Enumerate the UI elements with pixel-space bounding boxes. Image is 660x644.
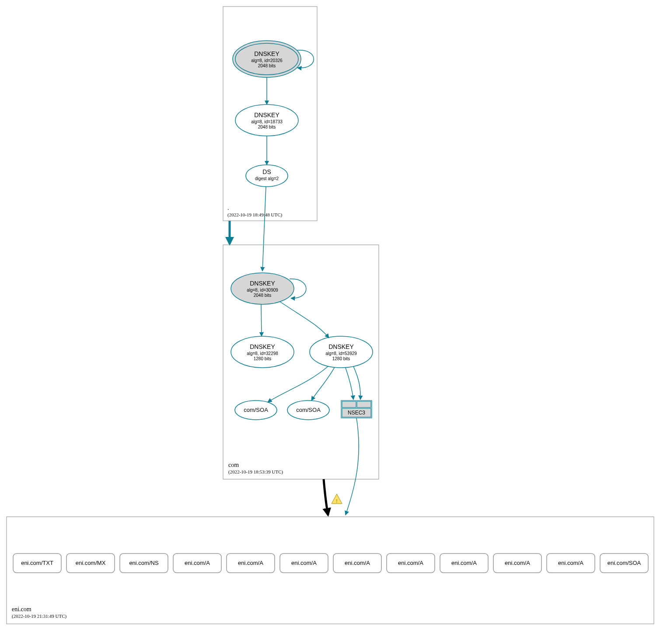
eni-record-label: eni.com/MX <box>76 560 106 566</box>
svg-text:NSEC3: NSEC3 <box>348 410 365 416</box>
eni-record-label: eni.com/A <box>558 560 583 566</box>
svg-rect-29 <box>342 401 356 407</box>
node-root-zsk: DNSKEY alg=8, id=18733 2048 bits <box>235 104 298 136</box>
node-nsec3: NSEC3 <box>341 400 372 418</box>
svg-text:DNSKEY: DNSKEY <box>250 280 275 287</box>
eni-record-label: eni.com/A <box>451 560 477 566</box>
edge-comksk-zsk2 <box>280 302 329 338</box>
svg-text:1280 bits: 1280 bits <box>254 356 272 361</box>
svg-text:DS: DS <box>262 168 271 175</box>
svg-text:alg=8, id=53929: alg=8, id=53929 <box>325 351 357 356</box>
eni-record-node: eni.com/A <box>227 553 275 573</box>
eni-record-label: eni.com/SOA <box>608 560 641 566</box>
svg-text:DNSKEY: DNSKEY <box>250 343 275 350</box>
dnssec-graph: . (2022-10-19 18:49:48 UTC) DNSKEY alg=8… <box>0 0 660 644</box>
svg-text:2048 bits: 2048 bits <box>254 293 272 298</box>
eni-record-label: eni.com/A <box>505 560 530 566</box>
eni-records-row: eni.com/TXTeni.com/MXeni.com/NSeni.com/A… <box>13 553 648 573</box>
edge-zsk2-nsec3a <box>346 368 353 400</box>
zone-com-label: com <box>228 462 239 468</box>
eni-record-node: eni.com/A <box>173 553 221 573</box>
edge-zsk2-nsec3b <box>353 366 360 400</box>
eni-record-node: eni.com/A <box>333 553 381 573</box>
eni-record-node: eni.com/NS <box>120 553 168 573</box>
node-com-ksk: DNSKEY alg=8, id=30909 2048 bits <box>231 273 294 304</box>
edge-ds-comksk <box>262 187 266 271</box>
svg-text:com/SOA: com/SOA <box>244 407 268 413</box>
eni-record-node: eni.com/A <box>493 553 541 573</box>
svg-text:com/SOA: com/SOA <box>296 407 321 413</box>
svg-text:alg=8, id=32298: alg=8, id=32298 <box>247 351 278 356</box>
eni-record-node: eni.com/MX <box>66 553 115 573</box>
node-root-ksk: DNSKEY alg=8, id=20326 2048 bits <box>233 41 301 77</box>
zone-eni-timestamp: (2022-10-19 21:31:49 UTC) <box>12 613 67 619</box>
edge-zsk2-soa2 <box>311 367 335 400</box>
eni-record-label: eni.com/A <box>185 560 210 566</box>
node-com-zsk2: DNSKEY alg=8, id=53929 1280 bits <box>310 336 373 368</box>
edge-zsk2-soa1 <box>268 366 328 402</box>
zone-com-timestamp: (2022-10-19 18:53:39 UTC) <box>228 469 283 475</box>
eni-record-node: eni.com/TXT <box>13 553 61 573</box>
node-com-soa1: com/SOA <box>235 400 277 420</box>
node-com-zsk1: DNSKEY alg=8, id=32298 1280 bits <box>231 336 294 368</box>
eni-record-label: eni.com/TXT <box>21 560 53 566</box>
edge-comksk-zsk1 <box>261 304 262 336</box>
svg-text:DNSKEY: DNSKEY <box>254 111 279 118</box>
svg-text:DNSKEY: DNSKEY <box>254 50 279 57</box>
zone-root-label: . <box>227 205 229 211</box>
warning-icon: ! <box>332 494 342 504</box>
edge-com-to-eni <box>324 479 328 515</box>
eni-record-node: eni.com/A <box>440 553 488 573</box>
svg-text:alg=8, id=20326: alg=8, id=20326 <box>251 58 283 63</box>
svg-text:alg=8, id=30909: alg=8, id=30909 <box>247 288 278 292</box>
eni-record-label: eni.com/A <box>238 560 263 566</box>
svg-text:DNSKEY: DNSKEY <box>328 343 354 350</box>
node-com-soa2: com/SOA <box>287 400 329 420</box>
svg-text:alg=8, id=18733: alg=8, id=18733 <box>251 119 283 124</box>
eni-record-node: eni.com/A <box>280 553 328 573</box>
eni-record-label: eni.com/A <box>345 560 370 566</box>
svg-text:2048 bits: 2048 bits <box>258 63 276 68</box>
zone-root-timestamp: (2022-10-19 18:49:48 UTC) <box>227 212 283 218</box>
svg-rect-30 <box>357 401 371 407</box>
edge-nsec3-eni <box>346 418 359 515</box>
node-root-ds: DS digest alg=2 <box>246 165 288 187</box>
eni-record-node: eni.com/SOA <box>600 553 648 573</box>
eni-record-label: eni.com/NS <box>129 560 159 566</box>
svg-text:2048 bits: 2048 bits <box>258 125 276 129</box>
svg-text:digest alg=2: digest alg=2 <box>255 176 279 181</box>
zone-eni-label: eni.com <box>12 606 31 613</box>
eni-record-label: eni.com/A <box>291 560 317 566</box>
eni-record-node: eni.com/A <box>547 553 595 573</box>
eni-record-label: eni.com/A <box>398 560 423 566</box>
svg-text:!: ! <box>336 499 337 504</box>
eni-record-node: eni.com/A <box>387 553 435 573</box>
svg-text:1280 bits: 1280 bits <box>332 356 350 361</box>
